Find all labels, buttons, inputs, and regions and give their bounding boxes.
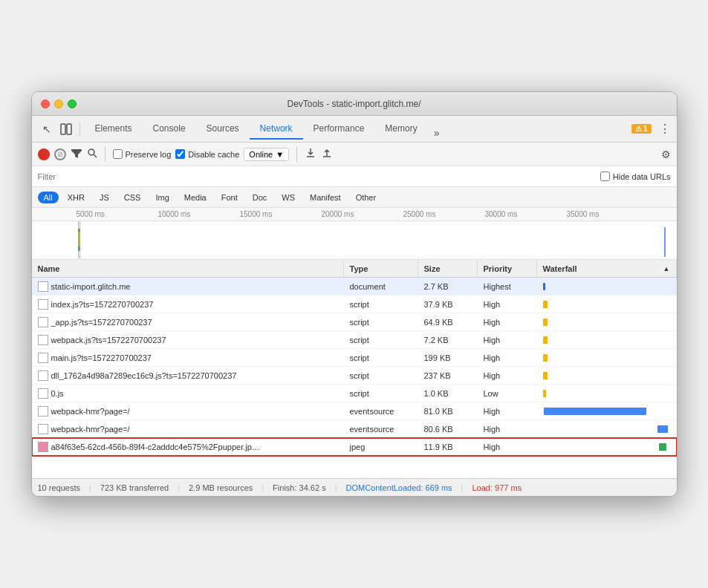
td-name-4: main.js?ts=1572270700237 [32, 349, 344, 366]
more-tabs-button[interactable]: » [428, 127, 446, 139]
table-row[interactable]: dll_1762a4d98a7289ec16c9.js?ts=157227070… [32, 367, 677, 385]
td-name-1: index.js?ts=1572270700237 [32, 295, 344, 313]
tab-sources[interactable]: Sources [196, 119, 250, 140]
td-type-6: script [344, 385, 418, 402]
stop-button[interactable]: ⊘ [54, 148, 66, 160]
th-priority[interactable]: Priority [478, 260, 537, 277]
table-row[interactable]: a84f63e5-62cd-456b-89f4-c2adddc4e575%2Fp… [32, 438, 677, 456]
table-row[interactable]: webpack-hmr?page=/ eventsource 81.0 KB H… [32, 402, 677, 420]
record-button[interactable] [38, 148, 50, 160]
import-har-button[interactable] [305, 147, 316, 161]
td-waterfall-5 [537, 367, 677, 384]
search-icon[interactable] [87, 148, 97, 160]
export-har-button[interactable] [321, 147, 333, 161]
table-row[interactable]: webpack-hmr?page=/ eventsource 80.6 KB H… [32, 420, 677, 438]
tab-console[interactable]: Console [143, 119, 196, 140]
th-waterfall[interactable]: Waterfall ▲ [537, 260, 677, 277]
td-priority-8: High [478, 420, 537, 437]
ruler-mark-2: 10000 ms [158, 210, 191, 218]
td-size-5: 237 KB [418, 367, 478, 384]
td-waterfall-8 [537, 420, 677, 437]
td-name-8: webpack-hmr?page=/ [32, 420, 344, 437]
table-row[interactable]: static-import.glitch.me document 2.7 KB … [32, 278, 677, 295]
type-filter-all[interactable]: All [38, 192, 59, 203]
tab-memory[interactable]: Memory [374, 119, 427, 140]
disable-cache-label[interactable]: Disable cache [175, 149, 239, 159]
file-icon-8 [38, 424, 48, 434]
td-name-3: webpack.js?ts=1572270700237 [32, 331, 344, 348]
panel-toggle-icon[interactable] [57, 120, 75, 138]
network-settings-button[interactable]: ⚙ [661, 148, 671, 160]
tab-network[interactable]: Network [250, 119, 303, 140]
td-type-0: document [344, 278, 418, 295]
td-type-9: jpeg [344, 438, 418, 455]
warning-badge[interactable]: ⚠ 1 [631, 124, 652, 134]
type-filter-manifest[interactable]: Manifest [304, 192, 347, 203]
type-filter-img[interactable]: Img [149, 192, 175, 203]
file-icon-5 [38, 370, 48, 381]
window-title: DevTools - static-import.glitch.me/ [287, 99, 420, 109]
td-waterfall-6 [537, 385, 677, 402]
td-priority-6: Low [478, 385, 537, 402]
td-size-9: 11.9 KB [418, 438, 478, 455]
kebab-menu-button[interactable]: ⋮ [659, 122, 671, 136]
svg-rect-1 [67, 124, 71, 134]
network-toolbar: ⊘ Preserve log Disable cache Online ▼ ⚙ [32, 143, 677, 166]
filter-icon[interactable] [71, 147, 82, 161]
type-filter-other[interactable]: Other [350, 192, 383, 203]
td-size-2: 64.9 KB [418, 313, 478, 330]
type-filter-css[interactable]: CSS [118, 192, 147, 203]
table-row[interactable]: index.js?ts=1572270700237 script 37.9 KB… [32, 295, 677, 313]
svg-point-2 [88, 149, 94, 155]
ruler-mark-5: 25000 ms [403, 210, 436, 218]
file-icon-7 [38, 406, 48, 416]
filter-bar: Hide data URLs [32, 166, 677, 187]
td-type-8: eventsource [344, 420, 418, 437]
cursor-tool-icon[interactable]: ↖ [38, 120, 56, 138]
type-filter-ws[interactable]: WS [276, 192, 301, 203]
close-button[interactable] [41, 99, 50, 108]
hide-data-urls-checkbox[interactable] [600, 172, 610, 181]
td-name-6: 0.js [32, 385, 344, 402]
preserve-log-checkbox[interactable] [113, 149, 123, 159]
tab-elements[interactable]: Elements [85, 119, 143, 140]
td-type-7: eventsource [344, 402, 418, 419]
disable-cache-checkbox[interactable] [175, 149, 185, 159]
type-filter-doc[interactable]: Doc [247, 192, 273, 203]
file-icon-6 [38, 388, 48, 399]
filter-input[interactable] [38, 172, 82, 181]
td-priority-4: High [478, 349, 537, 366]
td-size-6: 1.0 KB [418, 385, 478, 402]
ruler-mark-1: 5000 ms [77, 210, 105, 218]
toolbar-separator [79, 122, 80, 137]
type-filter-media[interactable]: Media [178, 192, 212, 203]
status-bar: 10 requests | 723 KB transferred | 2.9 M… [32, 478, 677, 496]
table-row[interactable]: main.js?ts=1572270700237 script 199 KB H… [32, 349, 677, 367]
td-priority-7: High [478, 402, 537, 419]
maximize-button[interactable] [68, 99, 77, 108]
svg-line-3 [94, 154, 97, 157]
th-type[interactable]: Type [344, 260, 418, 277]
type-filter-font[interactable]: Font [215, 192, 244, 203]
td-priority-3: High [478, 331, 537, 348]
table-row[interactable]: 0.js script 1.0 KB Low [32, 385, 677, 402]
type-filter-xhr[interactable]: XHR [62, 192, 91, 203]
minimize-button[interactable] [54, 99, 63, 108]
td-priority-1: High [478, 295, 537, 313]
preserve-log-label[interactable]: Preserve log [113, 149, 172, 159]
table-row[interactable]: webpack.js?ts=1572270700237 script 7.2 K… [32, 331, 677, 349]
td-waterfall-2 [537, 313, 677, 330]
table-row[interactable]: _app.js?ts=1572270700237 script 64.9 KB … [32, 313, 677, 331]
tab-performance[interactable]: Performance [303, 119, 375, 140]
toolbar-sep-2 [105, 147, 105, 162]
td-waterfall-0 [537, 278, 677, 295]
waterfall-preview [32, 221, 677, 258]
hide-data-urls-label[interactable]: Hide data URLs [600, 172, 671, 181]
th-size[interactable]: Size [418, 260, 478, 277]
td-name-2: _app.js?ts=1572270700237 [32, 313, 344, 330]
throttle-select[interactable]: Online ▼ [244, 148, 289, 161]
ruler-mark-6: 30000 ms [485, 210, 518, 218]
td-priority-5: High [478, 367, 537, 384]
th-name[interactable]: Name [32, 260, 344, 277]
type-filter-js[interactable]: JS [94, 192, 115, 203]
